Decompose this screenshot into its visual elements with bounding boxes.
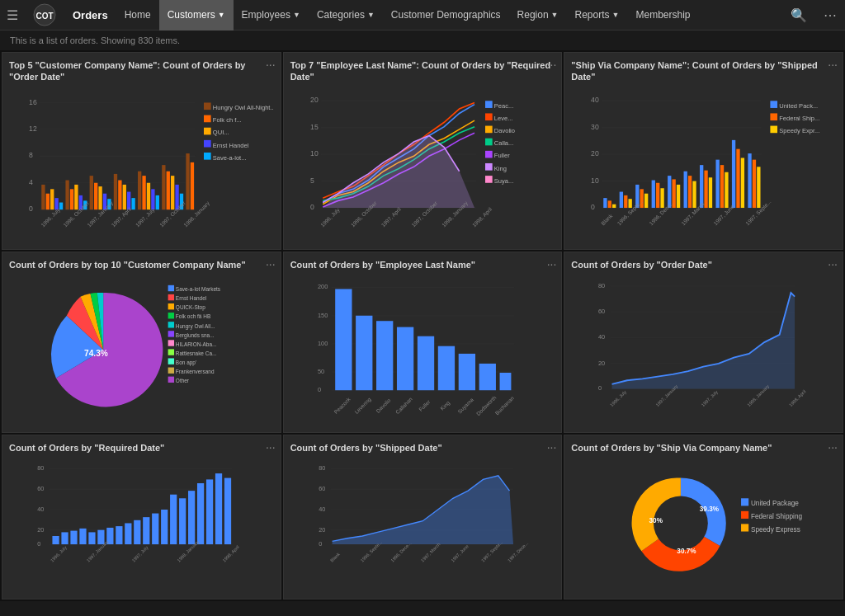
svg-rect-31 (131, 198, 135, 209)
svg-text:1996, July: 1996, July (50, 545, 68, 563)
nav-reports[interactable]: Reports▼ (567, 0, 628, 31)
svg-rect-270 (741, 511, 748, 519)
svg-text:Fuller: Fuller (493, 152, 509, 159)
svg-rect-122 (709, 177, 712, 208)
svg-text:Fuller: Fuller (418, 398, 432, 412)
svg-text:30: 30 (591, 122, 599, 130)
svg-rect-36 (156, 195, 159, 209)
chart-5-title: Count of Orders by "Employee Last Name" (290, 259, 555, 270)
dashboard: Top 5 "Customer Company Name": Count of … (0, 50, 845, 601)
svg-rect-232 (152, 514, 158, 544)
nav-membership[interactable]: Membership (627, 0, 698, 31)
chart-1-more[interactable]: ··· (266, 58, 276, 71)
svg-text:Suya...: Suya... (493, 176, 513, 184)
svg-text:Davolio: Davolio (375, 397, 391, 414)
svg-rect-185 (499, 373, 511, 390)
svg-text:20: 20 (310, 96, 319, 104)
svg-rect-234 (170, 495, 177, 544)
svg-text:Hungry Owl All-Night...: Hungry Owl All-Night... (213, 104, 274, 111)
svg-rect-33 (142, 176, 145, 209)
svg-rect-268 (741, 499, 748, 506)
chart-7-title: Count of Orders by "Required Date" (9, 442, 274, 454)
chart-2-more[interactable]: ··· (547, 58, 557, 71)
svg-rect-118 (688, 176, 692, 208)
chart-3-more[interactable]: ··· (828, 58, 838, 71)
chart-6-content: 80 60 40 20 0 1996, July 1997, January 1… (571, 274, 836, 422)
svg-rect-163 (168, 368, 174, 374)
svg-text:0: 0 (37, 540, 40, 548)
chart-6-more[interactable]: ··· (828, 257, 838, 270)
chart-8-content: 80 60 40 20 0 Blank 1996, Septe... 1996,… (290, 457, 555, 589)
chart-9-more[interactable]: ··· (828, 440, 838, 454)
nav-customer-demographics[interactable]: Customer Demographics (383, 0, 509, 31)
svg-text:COT: COT (35, 12, 53, 21)
svg-text:Levering: Levering (353, 397, 372, 416)
svg-text:Rattlesnake Ca...: Rattlesnake Ca... (176, 350, 217, 356)
chart-panel-8: Count of Orders by "Shipped Date" ··· 80… (283, 435, 563, 600)
svg-rect-235 (179, 499, 186, 545)
svg-rect-142 (771, 125, 778, 133)
svg-rect-129 (748, 153, 752, 208)
svg-rect-153 (168, 322, 174, 327)
hamburger-icon[interactable]: ☰ (0, 7, 25, 23)
svg-rect-125 (725, 172, 729, 207)
chart-panel-7: Count of Orders by "Required Date" ··· 8… (2, 435, 281, 600)
svg-rect-38 (167, 171, 170, 209)
svg-marker-71 (323, 135, 474, 208)
svg-rect-179 (376, 322, 393, 391)
nav-customers[interactable]: Customers▼ (159, 0, 234, 31)
nav-categories[interactable]: Categories▼ (309, 0, 383, 31)
svg-rect-112 (656, 182, 659, 207)
svg-text:Save-a-lot Markets: Save-a-lot Markets (176, 287, 220, 293)
svg-rect-88 (485, 163, 493, 171)
svg-text:United Pack...: United Pack... (780, 102, 819, 110)
more-button[interactable]: ⋯ (815, 0, 845, 31)
svg-text:60: 60 (598, 308, 605, 315)
svg-text:Peacock: Peacock (333, 396, 352, 415)
svg-text:QUICK-Stop: QUICK-Stop (176, 305, 205, 312)
svg-rect-84 (485, 138, 493, 145)
search-button[interactable]: 🔍 (782, 0, 815, 31)
chart-8-more[interactable]: ··· (547, 440, 557, 454)
svg-rect-182 (437, 346, 454, 391)
chart-1-content: 16 12 8 4 0 (9, 87, 274, 250)
svg-text:150: 150 (318, 312, 328, 319)
svg-text:1996, July: 1996, July (319, 206, 342, 228)
svg-text:4: 4 (29, 178, 33, 186)
svg-text:King: King (439, 400, 451, 412)
chart-4-more[interactable]: ··· (266, 257, 276, 270)
chart-5-more[interactable]: ··· (547, 257, 557, 270)
chart-7-more[interactable]: ··· (266, 440, 276, 454)
svg-rect-138 (771, 101, 778, 108)
nav-home[interactable]: Home (116, 0, 159, 31)
svg-rect-161 (168, 359, 174, 364)
svg-rect-113 (661, 188, 664, 208)
svg-rect-131 (758, 167, 761, 208)
chart-3-title: "Ship Via Company Name": Count of Orders… (571, 59, 836, 83)
svg-rect-39 (171, 176, 174, 209)
svg-text:Peac...: Peac... (493, 102, 513, 110)
logo: COT (25, 3, 64, 26)
svg-rect-147 (168, 294, 174, 300)
svg-text:Dodsworth: Dodsworth (474, 394, 497, 416)
svg-rect-237 (197, 483, 204, 544)
svg-text:20: 20 (37, 526, 44, 534)
svg-text:Federal Shipping: Federal Shipping (751, 513, 803, 520)
svg-rect-43 (191, 162, 194, 209)
svg-rect-272 (741, 524, 748, 532)
svg-rect-80 (485, 113, 493, 120)
svg-rect-177 (335, 289, 352, 391)
svg-text:10: 10 (591, 176, 599, 184)
nav-region[interactable]: Region▼ (509, 0, 567, 31)
svg-text:50: 50 (318, 368, 324, 375)
svg-rect-51 (204, 102, 211, 110)
nav-employees[interactable]: Employees▼ (234, 0, 309, 31)
svg-text:0: 0 (598, 385, 602, 393)
chart-1-title: Top 5 "Customer Company Name": Count of … (9, 59, 274, 83)
svg-rect-184 (479, 364, 495, 390)
svg-rect-29 (123, 185, 126, 209)
svg-rect-178 (356, 316, 372, 390)
svg-rect-12 (41, 185, 45, 209)
svg-text:1997, June: 1997, June (450, 544, 469, 563)
svg-rect-34 (147, 182, 150, 209)
